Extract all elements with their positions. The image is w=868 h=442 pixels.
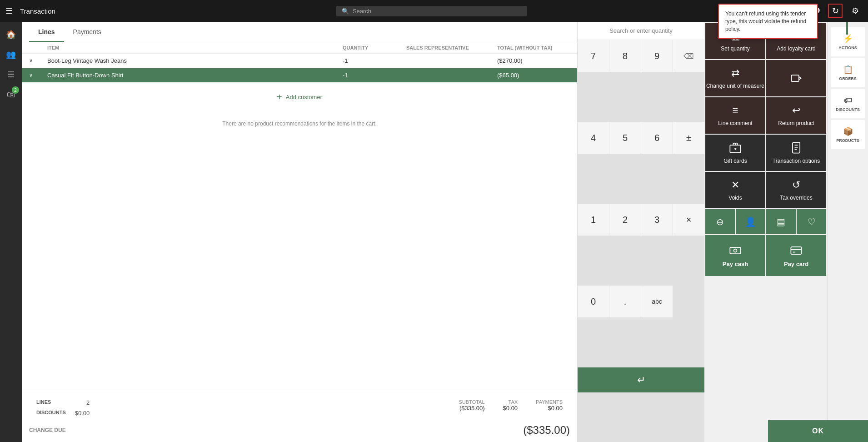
small-icon-customer-button[interactable]: 👤 (736, 209, 765, 234)
small-icon-minus-button[interactable]: ⊖ (705, 209, 735, 234)
right-action-panel: ▦ Set quantity ♦ Add loyalty card ⇄ Chan… (704, 22, 827, 442)
numpad-grid: 7 8 9 ⌫ 4 5 6 ± 1 2 3 × 0 . abc ↵ (578, 40, 704, 442)
numpad-search-label: Search or enter quantity (578, 22, 704, 40)
tab-payments[interactable]: Payments (64, 22, 110, 42)
discounts-button[interactable]: 🏷 Discounts (831, 89, 865, 118)
numpad-1[interactable]: 1 (578, 204, 609, 236)
voids-button[interactable]: ✕ Voids (705, 172, 765, 208)
return-product-label: Return product (778, 120, 814, 126)
svg-rect-4 (793, 142, 800, 153)
pay-card-button[interactable]: Pay card (766, 235, 826, 276)
orders-button[interactable]: 📋 Orders (831, 58, 865, 87)
refresh-icon[interactable]: ↻ (828, 4, 843, 18)
numpad-enter[interactable]: ↵ (578, 367, 704, 392)
error-message: You can't refund using this tender type,… (725, 10, 806, 32)
app-title: Transaction (20, 7, 55, 15)
row2-item-name: Casual Fit Button-Down Shirt (47, 72, 343, 79)
voids-icon: ✕ (731, 179, 739, 191)
pay-card-icon (790, 244, 803, 257)
pay-cash-icon (729, 244, 742, 257)
gift-cards-label: Gift cards (723, 158, 747, 164)
gift-cards-button[interactable]: Gift cards (705, 135, 765, 171)
sidebar-icon-users[interactable]: 👥 (2, 45, 20, 64)
numpad-3[interactable]: 3 (641, 204, 673, 236)
payments-value: $0.00 (548, 405, 563, 412)
table-row[interactable]: ∨ Boot-Leg Vintage Wash Jeans -1 ($270.0… (22, 54, 577, 68)
numpad-multiply[interactable]: × (673, 204, 704, 236)
discounts-value: $0.00 (75, 410, 90, 417)
subtotal-value: ($335.00) (459, 405, 485, 412)
numpad-plusminus[interactable]: ± (673, 122, 704, 154)
small-icon-heart-button[interactable]: ♡ (797, 209, 826, 234)
col-expand (29, 45, 47, 50)
transaction-options-button[interactable]: Transaction options (766, 135, 826, 171)
tax-overrides-icon: ↺ (792, 179, 800, 191)
svg-rect-8 (730, 247, 740, 254)
row2-total: ($65.00) (497, 72, 570, 79)
settings-icon[interactable]: ⚙ (848, 4, 863, 18)
col-total: Total (without tax) (497, 45, 570, 50)
hamburger-icon[interactable]: ☰ (5, 6, 13, 16)
gift-card-icon (729, 141, 742, 154)
table-row[interactable]: ∨ Casual Fit Button-Down Shirt -1 ($65.0… (22, 68, 577, 83)
add-customer-button[interactable]: + Add customer (22, 83, 577, 111)
tax-label: Tax (509, 399, 518, 405)
line-comment-label: Line comment (718, 120, 752, 126)
subtotal-label: Subtotal (459, 399, 485, 405)
set-quantity-label: Set quantity (721, 45, 749, 52)
transaction-options-label: Transaction options (773, 158, 820, 164)
actions-button[interactable]: ⚡ Actions (831, 27, 865, 56)
products-button[interactable]: 📦 Products (831, 120, 865, 149)
numpad-9[interactable]: 9 (641, 40, 673, 72)
orders-icon: 📋 (843, 65, 853, 75)
no-recommendations: There are no product recommendations for… (22, 111, 577, 136)
line-comment-icon: ≡ (733, 105, 738, 116)
sidebar-icon-bag[interactable]: 🛍 2 (2, 85, 20, 104)
voids-label: Voids (728, 195, 742, 201)
numpad-2[interactable]: 2 (609, 204, 641, 236)
col-quantity: Quantity (343, 45, 406, 50)
lines-value: 2 (86, 399, 90, 406)
small-icon-list-button[interactable]: ▤ (766, 209, 796, 234)
discounts-icon: 🏷 (844, 96, 852, 105)
numpad-backspace[interactable]: ⌫ (673, 40, 704, 72)
numpad-abc[interactable]: abc (641, 286, 673, 317)
tax-value: $0.00 (503, 405, 518, 412)
tax-overrides-button[interactable]: ↺ Tax overrides (766, 172, 826, 208)
numpad-0[interactable]: 0 (578, 286, 609, 317)
numpad-7[interactable]: 7 (578, 40, 609, 72)
tax-overrides-label: Tax overrides (780, 195, 812, 201)
sidebar-icon-home[interactable]: 🏠 (2, 25, 20, 44)
return-product-button[interactable]: ↩ Return product (766, 97, 826, 134)
row1-total: ($270.00) (497, 57, 570, 64)
numpad-8[interactable]: 8 (609, 40, 641, 72)
tab-lines[interactable]: Lines (29, 22, 64, 42)
numpad-4[interactable]: 4 (578, 122, 609, 154)
bottom-summary: Lines 2 Discounts $0.00 Subtotal ($335.0… (22, 390, 577, 442)
customer-icon: 👤 (745, 216, 756, 227)
change-unit-button[interactable]: ⇄ Change unit of measure (705, 60, 765, 96)
actions-icon: ⚡ (843, 34, 853, 44)
add-customer-label: Add customer (286, 94, 322, 100)
return-product-icon-button[interactable] (766, 60, 826, 96)
change-due-value: ($335.00) (523, 424, 570, 437)
ok-button[interactable]: OK (768, 420, 868, 442)
row2-quantity: -1 (343, 72, 406, 79)
col-sales-rep: Sales Representative (406, 45, 497, 50)
pay-cash-button[interactable]: Pay cash (705, 235, 765, 276)
search-bar[interactable]: 🔍 (336, 6, 527, 16)
svg-point-9 (734, 249, 737, 252)
numpad-dot[interactable]: . (609, 286, 641, 317)
table-header: Item Quantity Sales Representative Total… (22, 42, 577, 54)
numpad-6[interactable]: 6 (641, 122, 673, 154)
pay-card-label: Pay card (784, 261, 808, 267)
left-sidebar: 🏠 👥 ☰ 🛍 2 (0, 22, 22, 442)
numpad-5[interactable]: 5 (609, 122, 641, 154)
add-customer-plus-icon: + (277, 92, 282, 102)
main-layout: 🏠 👥 ☰ 🛍 2 Lines Payments Item Quantity S… (0, 22, 868, 442)
search-input[interactable] (353, 8, 522, 15)
row1-expand: ∨ (29, 58, 47, 64)
line-comment-button[interactable]: ≡ Line comment (705, 97, 765, 134)
row2-expand: ∨ (29, 72, 47, 78)
sidebar-icon-menu[interactable]: ☰ (2, 65, 20, 84)
